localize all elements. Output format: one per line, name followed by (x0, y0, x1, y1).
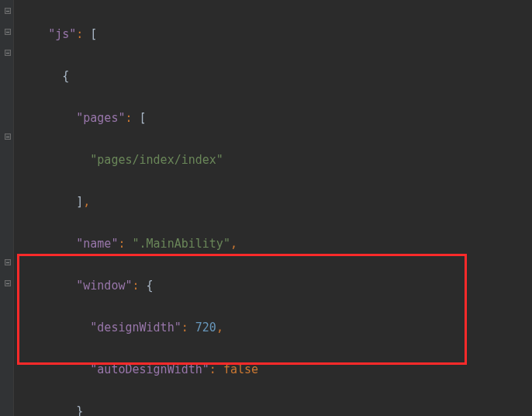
json-key: "autoDesignWidth" (90, 362, 209, 376)
fold-icon[interactable] (5, 280, 11, 286)
json-string: "pages/index/index" (90, 153, 223, 167)
json-boolean: false (223, 362, 258, 376)
code-area[interactable]: "js": [ { "pages": [ "pages/index/index"… (0, 3, 532, 416)
json-string: ".MainAbility" (133, 237, 230, 251)
json-key: "designWidth" (90, 321, 181, 335)
gutter (0, 0, 14, 416)
fold-icon[interactable] (5, 8, 11, 14)
fold-icon[interactable] (5, 29, 11, 35)
json-key: "pages" (76, 111, 125, 125)
code-editor[interactable]: "js": [ { "pages": [ "pages/index/index"… (0, 0, 532, 416)
json-number: 720 (195, 321, 216, 335)
json-key: "window" (76, 279, 132, 293)
fold-icon[interactable] (5, 259, 11, 265)
fold-icon[interactable] (5, 133, 11, 140)
json-key: "js" (48, 27, 76, 41)
fold-icon[interactable] (5, 50, 11, 56)
json-key: "name" (76, 237, 118, 251)
